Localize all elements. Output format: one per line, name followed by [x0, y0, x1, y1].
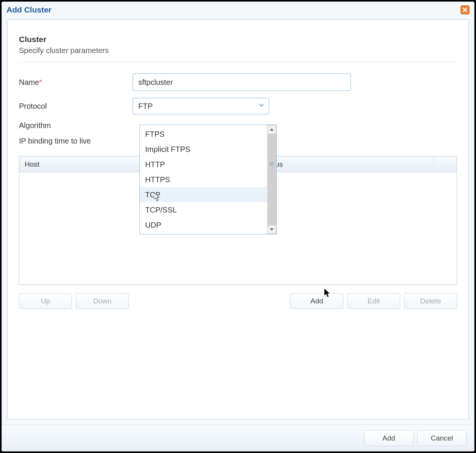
section-subtitle: Specify cluster parameters — [19, 46, 457, 55]
dropdown-item[interactable]: TCP/SSL — [140, 202, 267, 217]
ip-binding-label: IP binding time to live — [19, 137, 133, 145]
form-row-name: Name* — [19, 73, 457, 91]
dropdown-item[interactable]: HTTPS — [140, 172, 267, 187]
dropdown-item[interactable]: TCP — [140, 187, 267, 202]
section-title: Cluster — [19, 35, 457, 44]
crud-buttons: Add Edit Delete — [290, 293, 457, 309]
protocol-dropdown-panel: FTPSImplicit FTPSHTTPHTTPSTCPTCP/SSLUDP — [139, 125, 277, 234]
down-button[interactable]: Down — [76, 293, 129, 309]
grid-col-spacer — [434, 156, 457, 172]
scroll-up-arrow[interactable] — [267, 125, 276, 134]
dropdown-scrollbar[interactable] — [267, 125, 276, 234]
close-button[interactable] — [460, 5, 470, 14]
divider — [19, 62, 457, 62]
protocol-label: Protocol — [19, 102, 133, 111]
footer-add-button[interactable]: Add — [364, 430, 413, 446]
dialog-title: Add Cluster — [6, 5, 52, 14]
dropdown-list: FTPSImplicit FTPSHTTPHTTPSTCPTCP/SSLUDP — [140, 125, 267, 234]
dropdown-item[interactable]: UDP — [140, 217, 267, 233]
chevron-down-icon — [258, 102, 265, 111]
scroll-down-arrow[interactable] — [267, 225, 276, 234]
grid-button-row: Up Down Add Edit Delete — [19, 293, 457, 309]
dialog-header: Add Cluster — [2, 2, 474, 18]
name-label-text: Name — [19, 78, 39, 86]
dropdown-item[interactable]: Implicit FTPS — [140, 142, 267, 157]
algorithm-label: Algorithm — [19, 121, 133, 130]
form-row-protocol: Protocol FTP — [19, 98, 457, 114]
dropdown-item[interactable]: HTTP — [140, 157, 267, 172]
name-input[interactable] — [133, 73, 351, 91]
grid-col-status[interactable]: tatus — [262, 156, 434, 172]
footer-cancel-button[interactable]: Cancel — [417, 430, 467, 446]
dialog-body: Cluster Specify cluster parameters Name*… — [7, 19, 469, 419]
reorder-buttons: Up Down — [19, 293, 129, 309]
protocol-select[interactable]: FTP — [133, 98, 269, 114]
dialog-footer: Add Cancel — [2, 425, 474, 451]
protocol-selected-value: FTP — [138, 102, 153, 111]
scroll-track[interactable] — [267, 134, 276, 225]
dropdown-item[interactable]: FTPS — [140, 127, 267, 142]
grid-add-button[interactable]: Add — [290, 293, 343, 309]
add-cluster-dialog: Add Cluster Cluster Specify cluster para… — [2, 2, 474, 451]
edit-button[interactable]: Edit — [347, 293, 400, 309]
up-button[interactable]: Up — [19, 293, 72, 309]
scroll-thumb[interactable] — [267, 137, 276, 190]
close-icon — [462, 7, 468, 12]
required-indicator: * — [39, 78, 42, 86]
delete-button[interactable]: Delete — [404, 293, 457, 309]
name-label: Name* — [19, 78, 133, 87]
